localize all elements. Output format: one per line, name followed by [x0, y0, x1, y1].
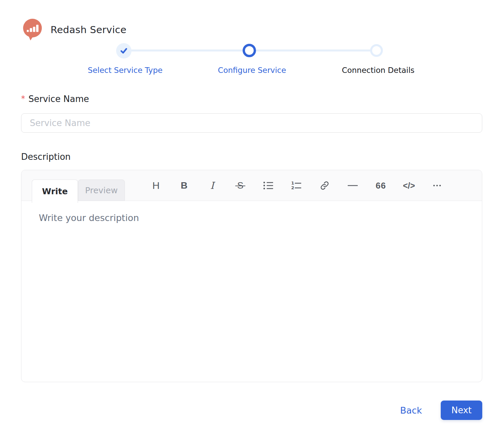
- step-connection-details-indicator: [370, 44, 383, 57]
- bold-icon: B: [181, 181, 187, 190]
- redash-service-wizard: Redash Service Select Service Type Confi…: [0, 0, 504, 444]
- tab-write[interactable]: Write: [32, 180, 78, 203]
- link-button[interactable]: [311, 175, 339, 196]
- description-editor: Write Preview H B I S: [21, 170, 482, 382]
- bold-button[interactable]: B: [170, 175, 198, 196]
- more-button[interactable]: [423, 175, 451, 196]
- page-title: Redash Service: [51, 24, 127, 35]
- next-button[interactable]: Next: [441, 401, 482, 420]
- step-label-configure-service[interactable]: Configure Service: [218, 66, 286, 75]
- more-icon: [432, 181, 442, 190]
- horizontal-rule-icon: [348, 181, 358, 190]
- heading-button[interactable]: H: [142, 175, 170, 196]
- tab-preview[interactable]: Preview: [78, 180, 125, 201]
- description-label: Description: [21, 152, 71, 162]
- svg-text:2: 2: [291, 185, 294, 190]
- stepper-connector-2: [255, 49, 371, 51]
- horizontal-rule-button[interactable]: [339, 175, 367, 196]
- step-label-select-service-type[interactable]: Select Service Type: [88, 66, 162, 75]
- svg-text:1: 1: [291, 181, 294, 186]
- italic-icon: I: [210, 181, 214, 191]
- service-name-input[interactable]: [21, 113, 482, 133]
- italic-button[interactable]: I: [198, 175, 226, 196]
- app-header: Redash Service: [22, 19, 127, 41]
- strikethrough-button[interactable]: S: [226, 175, 254, 196]
- ordered-list-button[interactable]: 1 2: [282, 175, 311, 196]
- heading-icon: H: [152, 181, 160, 191]
- step-select-service-type-indicator[interactable]: [116, 43, 132, 59]
- required-asterisk: *: [21, 94, 25, 103]
- ordered-list-icon: 1 2: [291, 181, 302, 190]
- step-label-connection-details: Connection Details: [342, 66, 414, 75]
- back-button[interactable]: Back: [398, 405, 424, 416]
- redash-logo-icon: [22, 19, 43, 41]
- code-icon: </>: [403, 182, 415, 190]
- stepper-connector-1: [131, 49, 243, 51]
- quote-icon: 66: [376, 181, 386, 190]
- check-icon: [119, 46, 128, 55]
- service-name-label: *Service Name: [21, 94, 89, 104]
- unordered-list-icon: [263, 181, 274, 190]
- unordered-list-button[interactable]: [254, 175, 282, 196]
- link-icon: [320, 181, 330, 191]
- wizard-footer: Back Next: [398, 401, 482, 420]
- quote-button[interactable]: 66: [367, 175, 395, 196]
- description-textarea[interactable]: [21, 201, 482, 382]
- editor-toolbar: H B I S: [142, 170, 451, 201]
- service-name-label-text: Service Name: [28, 94, 89, 104]
- strikethrough-icon: S: [237, 181, 244, 190]
- code-button[interactable]: </>: [395, 175, 423, 196]
- step-configure-service-indicator[interactable]: [243, 44, 256, 57]
